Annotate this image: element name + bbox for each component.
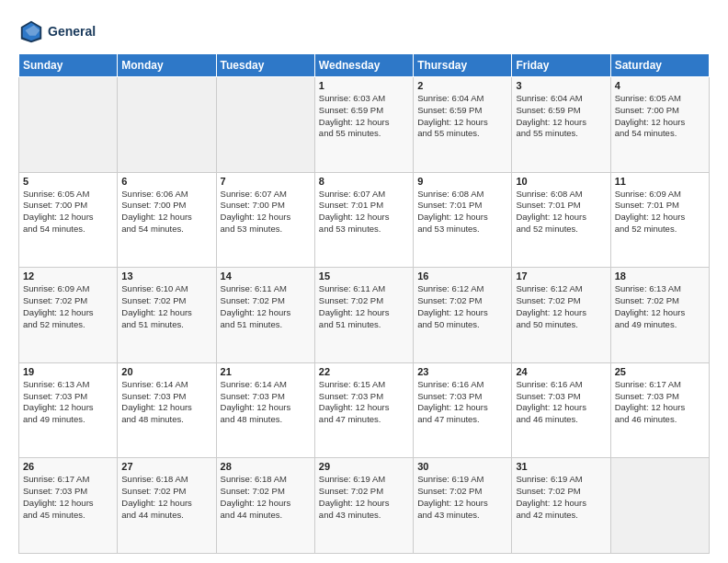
day-number: 23 <box>417 366 507 377</box>
day-cell <box>118 77 216 173</box>
day-cell: 2Sunrise: 6:04 AMSunset: 6:59 PMDaylight… <box>414 77 512 173</box>
logo-text: General <box>48 24 96 40</box>
day-number: 21 <box>221 366 311 377</box>
day-header-wednesday: Wednesday <box>314 54 413 77</box>
day-cell: 25Sunrise: 6:17 AMSunset: 7:03 PMDayligh… <box>610 362 709 458</box>
day-number: 17 <box>516 270 606 282</box>
day-cell: 26Sunrise: 6:17 AMSunset: 7:03 PMDayligh… <box>19 458 118 554</box>
day-info: Sunrise: 6:12 AMSunset: 7:02 PMDaylight:… <box>417 283 507 330</box>
day-number: 8 <box>319 176 409 187</box>
day-cell: 23Sunrise: 6:16 AMSunset: 7:03 PMDayligh… <box>414 362 512 458</box>
week-row: 26Sunrise: 6:17 AMSunset: 7:03 PMDayligh… <box>19 458 710 554</box>
page: General SundayMondayTuesdayWednesdayThur… <box>0 0 728 563</box>
day-number: 4 <box>615 80 705 91</box>
day-number: 1 <box>319 80 409 91</box>
calendar-table: SundayMondayTuesdayWednesdayThursdayFrid… <box>18 53 710 554</box>
day-info: Sunrise: 6:12 AMSunset: 7:02 PMDaylight:… <box>516 283 606 330</box>
day-number: 16 <box>417 270 507 282</box>
day-number: 28 <box>221 461 311 472</box>
day-number: 10 <box>516 176 606 187</box>
day-cell: 7Sunrise: 6:07 AMSunset: 7:00 PMDaylight… <box>216 172 314 268</box>
day-cell <box>610 458 709 554</box>
day-number: 22 <box>319 366 409 377</box>
day-info: Sunrise: 6:05 AMSunset: 7:00 PMDaylight:… <box>615 93 705 140</box>
day-info: Sunrise: 6:19 AMSunset: 7:02 PMDaylight:… <box>319 474 409 521</box>
day-number: 3 <box>516 80 606 91</box>
day-header-thursday: Thursday <box>414 54 512 77</box>
day-number: 20 <box>121 366 211 377</box>
day-cell: 5Sunrise: 6:05 AMSunset: 7:00 PMDaylight… <box>19 172 118 268</box>
day-cell: 4Sunrise: 6:05 AMSunset: 7:00 PMDaylight… <box>610 77 709 173</box>
day-cell: 19Sunrise: 6:13 AMSunset: 7:03 PMDayligh… <box>19 362 118 458</box>
day-number: 2 <box>417 80 507 91</box>
day-info: Sunrise: 6:04 AMSunset: 6:59 PMDaylight:… <box>417 93 507 140</box>
day-cell <box>216 77 314 173</box>
day-cell: 28Sunrise: 6:18 AMSunset: 7:02 PMDayligh… <box>216 458 314 554</box>
day-number: 11 <box>615 176 705 187</box>
day-info: Sunrise: 6:07 AMSunset: 7:01 PMDaylight:… <box>319 189 409 236</box>
day-info: Sunrise: 6:08 AMSunset: 7:01 PMDaylight:… <box>417 189 507 236</box>
day-info: Sunrise: 6:19 AMSunset: 7:02 PMDaylight:… <box>516 474 606 521</box>
day-number: 18 <box>615 270 705 282</box>
day-cell <box>19 77 118 173</box>
day-info: Sunrise: 6:17 AMSunset: 7:03 PMDaylight:… <box>615 379 705 426</box>
day-number: 5 <box>23 176 113 187</box>
day-cell: 11Sunrise: 6:09 AMSunset: 7:01 PMDayligh… <box>610 172 709 268</box>
day-info: Sunrise: 6:11 AMSunset: 7:02 PMDaylight:… <box>221 283 311 330</box>
day-cell: 15Sunrise: 6:11 AMSunset: 7:02 PMDayligh… <box>314 268 413 363</box>
day-header-tuesday: Tuesday <box>216 54 314 77</box>
day-header-sunday: Sunday <box>19 54 118 77</box>
day-info: Sunrise: 6:16 AMSunset: 7:03 PMDaylight:… <box>417 379 507 426</box>
day-cell: 22Sunrise: 6:15 AMSunset: 7:03 PMDayligh… <box>314 362 413 458</box>
day-number: 31 <box>516 461 606 472</box>
day-info: Sunrise: 6:13 AMSunset: 7:02 PMDaylight:… <box>615 283 705 330</box>
day-info: Sunrise: 6:16 AMSunset: 7:03 PMDaylight:… <box>516 379 606 426</box>
day-info: Sunrise: 6:07 AMSunset: 7:00 PMDaylight:… <box>221 189 311 236</box>
day-number: 12 <box>23 270 113 282</box>
day-cell: 30Sunrise: 6:19 AMSunset: 7:02 PMDayligh… <box>414 458 512 554</box>
day-info: Sunrise: 6:18 AMSunset: 7:02 PMDaylight:… <box>121 474 211 521</box>
day-info: Sunrise: 6:18 AMSunset: 7:02 PMDaylight:… <box>221 474 311 521</box>
day-cell: 12Sunrise: 6:09 AMSunset: 7:02 PMDayligh… <box>19 268 118 363</box>
day-cell: 16Sunrise: 6:12 AMSunset: 7:02 PMDayligh… <box>414 268 512 363</box>
day-info: Sunrise: 6:05 AMSunset: 7:00 PMDaylight:… <box>23 189 113 236</box>
week-row: 1Sunrise: 6:03 AMSunset: 6:59 PMDaylight… <box>19 77 710 173</box>
day-cell: 20Sunrise: 6:14 AMSunset: 7:03 PMDayligh… <box>118 362 216 458</box>
day-number: 25 <box>615 366 705 377</box>
day-info: Sunrise: 6:06 AMSunset: 7:00 PMDaylight:… <box>121 189 211 236</box>
week-row: 5Sunrise: 6:05 AMSunset: 7:00 PMDaylight… <box>19 172 710 268</box>
day-cell: 24Sunrise: 6:16 AMSunset: 7:03 PMDayligh… <box>512 362 610 458</box>
day-number: 15 <box>319 270 409 282</box>
day-cell: 3Sunrise: 6:04 AMSunset: 6:59 PMDaylight… <box>512 77 610 173</box>
day-info: Sunrise: 6:10 AMSunset: 7:02 PMDaylight:… <box>121 283 211 330</box>
day-header-friday: Friday <box>512 54 610 77</box>
day-cell: 1Sunrise: 6:03 AMSunset: 6:59 PMDaylight… <box>314 77 413 173</box>
day-cell: 13Sunrise: 6:10 AMSunset: 7:02 PMDayligh… <box>118 268 216 363</box>
day-number: 19 <box>23 366 113 377</box>
day-cell: 18Sunrise: 6:13 AMSunset: 7:02 PMDayligh… <box>610 268 709 363</box>
day-cell: 21Sunrise: 6:14 AMSunset: 7:03 PMDayligh… <box>216 362 314 458</box>
header-row: SundayMondayTuesdayWednesdayThursdayFrid… <box>19 54 710 77</box>
day-number: 27 <box>121 461 211 472</box>
day-info: Sunrise: 6:04 AMSunset: 6:59 PMDaylight:… <box>516 93 606 140</box>
day-number: 13 <box>121 270 211 282</box>
day-number: 6 <box>121 176 211 187</box>
day-info: Sunrise: 6:17 AMSunset: 7:03 PMDaylight:… <box>23 474 113 521</box>
day-cell: 27Sunrise: 6:18 AMSunset: 7:02 PMDayligh… <box>118 458 216 554</box>
day-number: 30 <box>417 461 507 472</box>
day-cell: 10Sunrise: 6:08 AMSunset: 7:01 PMDayligh… <box>512 172 610 268</box>
day-cell: 6Sunrise: 6:06 AMSunset: 7:00 PMDaylight… <box>118 172 216 268</box>
day-number: 26 <box>23 461 113 472</box>
day-info: Sunrise: 6:13 AMSunset: 7:03 PMDaylight:… <box>23 379 113 426</box>
day-number: 29 <box>319 461 409 472</box>
day-info: Sunrise: 6:08 AMSunset: 7:01 PMDaylight:… <box>516 189 606 236</box>
day-cell: 8Sunrise: 6:07 AMSunset: 7:01 PMDaylight… <box>314 172 413 268</box>
day-cell: 14Sunrise: 6:11 AMSunset: 7:02 PMDayligh… <box>216 268 314 363</box>
day-info: Sunrise: 6:03 AMSunset: 6:59 PMDaylight:… <box>319 93 409 140</box>
day-info: Sunrise: 6:14 AMSunset: 7:03 PMDaylight:… <box>221 379 311 426</box>
day-header-monday: Monday <box>118 54 216 77</box>
day-cell: 29Sunrise: 6:19 AMSunset: 7:02 PMDayligh… <box>314 458 413 554</box>
day-info: Sunrise: 6:19 AMSunset: 7:02 PMDaylight:… <box>417 474 507 521</box>
day-number: 14 <box>221 270 311 282</box>
day-info: Sunrise: 6:14 AMSunset: 7:03 PMDaylight:… <box>121 379 211 426</box>
